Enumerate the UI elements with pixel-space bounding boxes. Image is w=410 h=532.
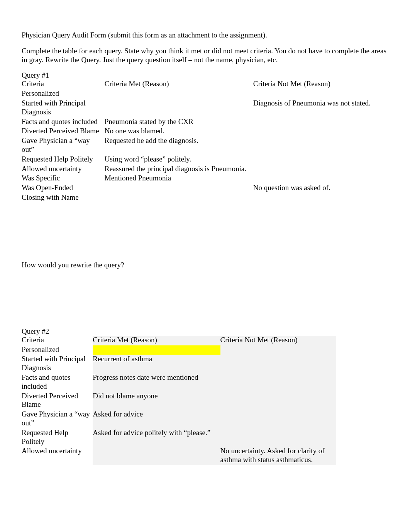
- criteria-cell: Was Open-Ended: [22, 184, 105, 193]
- query-1-block: Query #1 Criteria Criteria Met (Reason) …: [22, 71, 388, 202]
- rewrite-prompt: How would you rewrite the query?: [22, 261, 388, 269]
- criteria-cell: Personalized: [22, 89, 105, 99]
- notmet-cell: [253, 155, 388, 165]
- met-cell: Did not blame anyone: [93, 392, 220, 410]
- query-2-table: Criteria Criteria Met (Reason) Criteria …: [22, 336, 336, 465]
- query-2-block: Query #2 Criteria Criteria Met (Reason) …: [22, 327, 388, 465]
- notmet-cell: Diagnosis of Pneumonia was not stated.: [253, 99, 388, 117]
- query-2-title: Query #2: [22, 327, 388, 336]
- table-row: Personalized: [22, 345, 336, 355]
- criteria-cell: Facts and quotes included: [22, 117, 105, 127]
- notmet-cell: [220, 410, 336, 428]
- met-cell: [93, 447, 220, 465]
- met-cell: [93, 345, 220, 355]
- criteria-cell: Diverted Perceived Blame: [22, 127, 105, 136]
- intro-line-1: Physician Query Audit Form (submit this …: [22, 31, 388, 40]
- header-met: Criteria Met (Reason): [105, 80, 253, 89]
- criteria-cell: Personalized: [22, 345, 93, 355]
- table-row: Started with Principal Diagnosis Recurre…: [22, 355, 336, 373]
- criteria-cell: Allowed uncertainty: [22, 165, 105, 174]
- met-cell: Asked for advice: [93, 410, 220, 428]
- notmet-cell: No uncertainty. Asked for clarity of ast…: [220, 447, 336, 465]
- table-row: Diverted Perceived Blame Did not blame a…: [22, 392, 336, 410]
- met-cell: Requested he add the diagnosis.: [105, 136, 253, 155]
- met-cell: Using word “please” politely.: [105, 155, 253, 165]
- notmet-cell: [253, 174, 388, 184]
- criteria-cell: Started with Principal Diagnosis: [22, 355, 93, 373]
- notmet-cell: [253, 127, 388, 136]
- table-row: Gave Physician a “way out” Asked for adv…: [22, 410, 336, 428]
- criteria-cell: Was Specific: [22, 174, 105, 184]
- met-cell: Asked for advice politely with “please.”: [93, 428, 220, 447]
- criteria-cell: Requested Help Politely: [22, 155, 105, 165]
- table-row: Facts and quotes included Pneumonia stat…: [22, 117, 388, 127]
- notmet-cell: [220, 345, 336, 355]
- notmet-cell: [220, 355, 336, 373]
- notmet-cell: [220, 373, 336, 392]
- table-row: Gave Physician a “way out” Requested he …: [22, 136, 388, 155]
- query-1-title: Query #1: [22, 71, 388, 80]
- notmet-cell: No question was asked of.: [253, 184, 388, 193]
- header-criteria: Criteria: [22, 80, 105, 89]
- table-row: Closing with Name: [22, 193, 388, 203]
- met-cell: No one was blamed.: [105, 127, 253, 136]
- header-notmet: Criteria Not Met (Reason): [220, 336, 336, 345]
- criteria-cell: Gave Physician a “way out”: [22, 410, 93, 428]
- criteria-cell: Closing with Name: [22, 193, 105, 203]
- met-cell: [105, 184, 253, 193]
- met-cell: [105, 193, 253, 203]
- met-cell: [105, 99, 253, 117]
- notmet-cell: [253, 89, 388, 99]
- table-row: Allowed uncertainty Reassured the princi…: [22, 165, 388, 174]
- header-met: Criteria Met (Reason): [93, 336, 220, 345]
- table-row: Was Open-Ended No question was asked of.: [22, 184, 388, 193]
- met-cell: Reassured the principal diagnosis is Pne…: [105, 165, 253, 174]
- notmet-cell: [253, 193, 388, 203]
- met-cell: Mentioned Pneumonia: [105, 174, 253, 184]
- met-cell: Recurrent of asthma: [93, 355, 220, 373]
- query-1-table: Criteria Criteria Met (Reason) Criteria …: [22, 80, 388, 202]
- table-row: Diverted Perceived Blame No one was blam…: [22, 127, 388, 136]
- table-row: Was Specific Mentioned Pneumonia: [22, 174, 388, 184]
- table-row: Started with Principal Diagnosis Diagnos…: [22, 99, 388, 117]
- notmet-cell: [253, 165, 388, 174]
- table-row: Allowed uncertainty No uncertainty. Aske…: [22, 447, 336, 465]
- criteria-cell: Requested Help Politely: [22, 428, 93, 447]
- met-cell: [105, 89, 253, 99]
- criteria-cell: Facts and quotes included: [22, 373, 93, 392]
- criteria-cell: Gave Physician a “way out”: [22, 136, 105, 155]
- table-row: Personalized: [22, 89, 388, 99]
- table-header-row: Criteria Criteria Met (Reason) Criteria …: [22, 336, 336, 345]
- table-row: Requested Help Politely Using word “plea…: [22, 155, 388, 165]
- table-row: Facts and quotes included Progress notes…: [22, 373, 336, 392]
- table-row: Requested Help Politely Asked for advice…: [22, 428, 336, 447]
- notmet-cell: [253, 117, 388, 127]
- criteria-cell: Diverted Perceived Blame: [22, 392, 93, 410]
- criteria-cell: Allowed uncertainty: [22, 447, 93, 465]
- notmet-cell: [253, 136, 388, 155]
- intro-line-2: Complete the table for each query. State…: [22, 47, 388, 65]
- header-criteria: Criteria: [22, 336, 93, 345]
- table-header-row: Criteria Criteria Met (Reason) Criteria …: [22, 80, 388, 89]
- met-cell: Progress notes date were mentioned: [93, 373, 220, 392]
- header-notmet: Criteria Not Met (Reason): [253, 80, 388, 89]
- notmet-cell: [220, 428, 336, 447]
- notmet-cell: [220, 392, 336, 410]
- intro-section: Physician Query Audit Form (submit this …: [22, 31, 388, 64]
- met-cell: Pneumonia stated by the CXR: [105, 117, 253, 127]
- criteria-cell: Started with Principal Diagnosis: [22, 99, 105, 117]
